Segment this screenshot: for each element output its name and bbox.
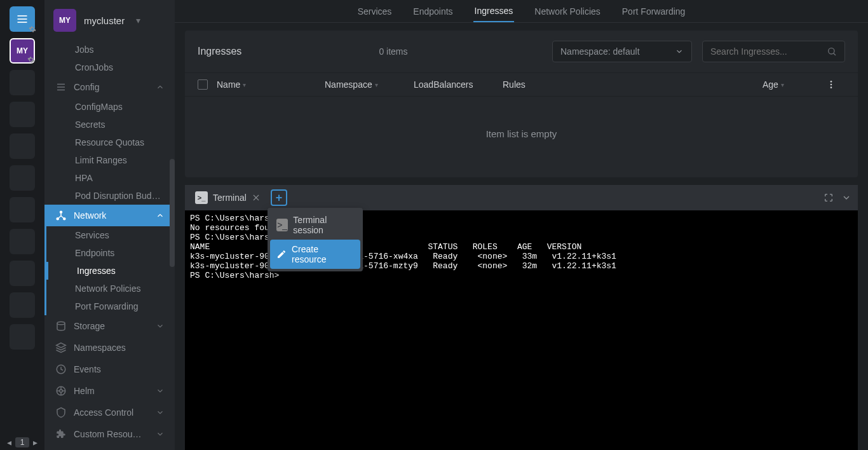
svg-point-6	[60, 211, 63, 214]
main: Services Endpoints Ingresses Network Pol…	[175, 0, 868, 450]
sidebar-item-limitranges[interactable]: Limit Ranges	[44, 151, 175, 169]
sidebar-section-config[interactable]: Config	[44, 76, 175, 98]
terminal-icon: >_	[276, 219, 288, 231]
sidebar-section-namespaces[interactable]: Namespaces	[44, 337, 175, 358]
clock-icon	[55, 364, 67, 375]
tab-netpol[interactable]: Network Policies	[533, 1, 601, 22]
tab-portfwd[interactable]: Port Forwarding	[621, 1, 687, 22]
sidebar-section-crd[interactable]: Custom Resou…	[44, 423, 175, 445]
list-icon	[55, 81, 67, 93]
rail-slot[interactable]	[10, 133, 35, 159]
select-all-checkbox[interactable]	[198, 79, 217, 90]
sidebar-section-storage[interactable]: Storage	[44, 315, 175, 337]
rail-slot[interactable]	[10, 165, 35, 191]
rail-slot[interactable]	[10, 229, 35, 254]
sidebar: MY mycluster ▾ Jobs CronJobs Config Conf…	[44, 0, 175, 450]
sidebar-section-network[interactable]: Network	[44, 205, 175, 226]
sidebar-item-netpol[interactable]: Network Policies	[46, 280, 175, 297]
sidebar-item-services[interactable]: Services	[46, 226, 175, 244]
caret-left-icon[interactable]: ◂	[7, 437, 11, 447]
sidebar-item-hpa[interactable]: HPA	[44, 169, 175, 187]
svg-point-21	[831, 84, 832, 86]
col-name[interactable]: Name▾	[217, 79, 325, 90]
svg-point-20	[831, 81, 832, 83]
menu-terminal-session[interactable]: >_ Terminal session	[270, 210, 360, 240]
menu-create-resource[interactable]: Create resource	[270, 240, 360, 269]
cluster-header[interactable]: MY mycluster ▾	[44, 0, 175, 41]
rail-cluster-button[interactable]: MY	[10, 38, 35, 64]
empty-state: Item list is empty	[185, 97, 858, 177]
network-icon	[55, 210, 67, 221]
svg-rect-2	[18, 22, 27, 23]
sidebar-section-access[interactable]: Access Control	[44, 402, 175, 423]
sidebar-label: Pod Disruption Bud…	[75, 191, 161, 201]
col-loadbalancers[interactable]: LoadBalancers	[414, 79, 503, 90]
rail-slot[interactable]	[10, 292, 35, 318]
column-menu-button[interactable]	[826, 79, 845, 90]
rail-page-badge: 1	[15, 437, 30, 447]
chevron-down-icon[interactable]	[841, 193, 851, 203]
caret-right-icon[interactable]: ▸	[33, 437, 37, 447]
sidebar-label: Helm	[74, 386, 95, 396]
sidebar-item-cronjobs[interactable]: CronJobs	[44, 58, 175, 76]
tab-endpoints[interactable]: Endpoints	[412, 1, 454, 22]
col-rules[interactable]: Rules	[503, 79, 763, 90]
fullscreen-icon[interactable]	[824, 193, 834, 203]
col-age[interactable]: Age▾	[763, 79, 826, 90]
chevron-down-icon	[156, 408, 165, 417]
rail-slot[interactable]	[10, 70, 35, 95]
rail-home-button[interactable]	[10, 6, 35, 32]
sort-icon: ▾	[375, 81, 378, 88]
sidebar-item-pdb[interactable]: Pod Disruption Bud…	[44, 187, 175, 205]
tab-services[interactable]: Services	[356, 1, 393, 22]
ingresses-panel: Ingresses 0 items Namespace: default	[185, 31, 858, 177]
sidebar-item-resourcequotas[interactable]: Resource Quotas	[44, 133, 175, 151]
sidebar-item-endpoints[interactable]: Endpoints	[46, 244, 175, 262]
search-icon	[827, 46, 837, 57]
terminal-tab[interactable]: >_ Terminal	[191, 189, 264, 207]
rail: MY ◂ 1 ▸	[0, 0, 44, 450]
sidebar-item-ingresses[interactable]: Ingresses	[46, 262, 175, 280]
sidebar-label: Custom Resou…	[74, 429, 142, 439]
sidebar-item-secrets[interactable]: Secrets	[44, 116, 175, 133]
tab-ingresses[interactable]: Ingresses	[473, 1, 515, 22]
sidebar-section-helm[interactable]: Helm	[44, 380, 175, 402]
col-namespace[interactable]: Namespace▾	[325, 79, 414, 90]
panel-count: 0 items	[379, 46, 407, 57]
sidebar-label: Config	[74, 82, 99, 92]
sidebar-item-portfwd[interactable]: Port Forwarding	[46, 297, 175, 315]
rail-slot[interactable]	[10, 102, 35, 127]
svg-point-9	[57, 322, 65, 325]
terminal-add-menu: >_ Terminal session Create resource	[268, 208, 363, 271]
add-terminal-button[interactable]: +	[271, 189, 287, 206]
shield-icon	[55, 407, 67, 418]
storage-icon	[55, 320, 67, 332]
svg-line-19	[834, 53, 836, 55]
search-input[interactable]	[710, 46, 827, 57]
menu-icon	[16, 13, 29, 25]
rail-slot[interactable]	[10, 324, 35, 350]
rail-slot[interactable]	[10, 197, 35, 222]
rail-cluster-badge: MY	[17, 46, 28, 55]
scrollbar[interactable]	[170, 159, 175, 267]
cluster-name: mycluster	[84, 15, 125, 26]
helm-icon	[55, 385, 67, 397]
sidebar-item-jobs[interactable]: Jobs	[44, 41, 175, 58]
close-icon[interactable]	[252, 193, 261, 202]
sidebar-item-configmaps[interactable]: ConfigMaps	[44, 98, 175, 116]
search-box	[702, 41, 845, 62]
layers-icon	[55, 342, 67, 353]
sidebar-section-events[interactable]: Events	[44, 358, 175, 380]
chevron-down-icon	[156, 322, 165, 331]
sidebar-label: Network	[74, 210, 106, 221]
svg-marker-10	[57, 343, 66, 348]
sidebar-label: Access Control	[74, 407, 133, 418]
namespace-select[interactable]: Namespace: default	[552, 41, 692, 62]
svg-rect-0	[18, 15, 27, 17]
namespace-label: Namespace: default	[560, 46, 640, 57]
extension-icon	[55, 428, 67, 440]
rail-slot[interactable]	[10, 261, 35, 286]
terminal-icon: >_	[195, 191, 208, 204]
rail-footer: ◂ 1 ▸	[7, 437, 38, 447]
gear-icon	[27, 56, 36, 65]
